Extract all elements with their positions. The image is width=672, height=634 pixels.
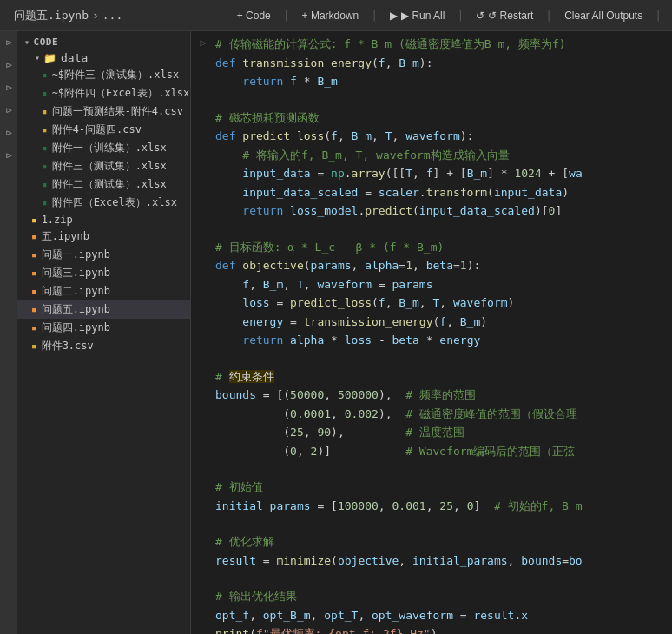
csv-icon: ▪ bbox=[31, 340, 37, 352]
code-line: # 目标函数: α * L_c - β * (f * B_m) bbox=[215, 238, 672, 257]
run-all-label: ▶ Run All bbox=[401, 10, 445, 22]
add-markdown-button[interactable]: + Markdown bbox=[295, 6, 366, 25]
activity-icon-1[interactable]: ⊳ bbox=[1, 35, 16, 50]
code-lines: # 传输磁能的计算公式: f * B_m (磁通密度峰值为B_m, 频率为f) … bbox=[215, 35, 672, 634]
toolbar-actions: + Code | + Markdown | ▶ ▶ Run All | ↺ ↺ … bbox=[230, 6, 665, 25]
code-line: # 输出优化结果 bbox=[215, 587, 672, 606]
activity-bar: ⊳ ⊳ ⊳ ⊳ ⊳ ⊳ bbox=[0, 31, 17, 634]
file-ipynb-q5[interactable]: ▪ 问题五.ipynb bbox=[17, 300, 190, 319]
code-line: # 磁芯损耗预测函数 bbox=[215, 109, 672, 128]
code-line: loss = predict_loss(f, B_m, T, waveform) bbox=[215, 294, 672, 313]
folder-icon: 📁 bbox=[43, 52, 56, 64]
add-code-button[interactable]: + Code bbox=[230, 6, 278, 25]
code-cell-area[interactable]: ▷ # 传输磁能的计算公式: f * B_m (磁通密度峰值为B_m, 频率为f… bbox=[191, 31, 672, 634]
code-line: print(f"最优频率: {opt_f:.2f} Hz") bbox=[215, 624, 672, 634]
file-label: 问题五.ipynb bbox=[42, 302, 110, 317]
activity-icon-2[interactable]: ⊳ bbox=[1, 57, 16, 73]
breadcrumb-file: 问题五.ipynb bbox=[14, 8, 89, 23]
file-xlsx-3[interactable]: ▪ 附件一（训练集）.xlsx bbox=[17, 139, 190, 157]
code-line bbox=[215, 515, 672, 532]
xlsx-icon: ▪ bbox=[42, 161, 48, 172]
ipynb-icon: ▪ bbox=[31, 267, 37, 279]
sep4: | bbox=[542, 9, 556, 22]
code-line: f, B_m, T, waveform = params bbox=[215, 275, 672, 294]
file-xlsx-1[interactable]: ▪ ~$附件三（测试集）.xlsx bbox=[17, 66, 190, 84]
folder-data[interactable]: ▾ 📁 data bbox=[17, 50, 190, 66]
code-line bbox=[215, 91, 672, 109]
file-ipynb-q2[interactable]: ▪ 问题二.ipynb bbox=[17, 282, 190, 300]
file-csv-2[interactable]: ▪ 附件4-问题四.csv bbox=[17, 121, 190, 139]
code-line: return alpha * loss - beta * energy bbox=[215, 331, 672, 350]
file-label: ~$附件三（测试集）.xlsx bbox=[52, 68, 180, 83]
ipynb-icon: ▪ bbox=[31, 249, 37, 261]
xlsx-icon: ▪ bbox=[42, 69, 48, 81]
code-line: (0.0001, 0.002), # 磁通密度峰值的范围（假设合理 bbox=[215, 405, 672, 424]
file-xlsx-4[interactable]: ▪ 附件三（测试集）.xlsx bbox=[17, 157, 190, 175]
restart-button[interactable]: ↺ ↺ Restart bbox=[469, 6, 540, 25]
xlsx-icon: ▪ bbox=[42, 88, 48, 99]
file-zip[interactable]: ▪ 1.zip bbox=[17, 212, 190, 228]
code-line: def predict_loss(f, B_m, T, waveform): bbox=[215, 127, 672, 146]
file-label: 附件四（Excel表）.xlsx bbox=[52, 195, 177, 210]
run-all-button[interactable]: ▶ ▶ Run All bbox=[383, 6, 451, 25]
run-all-icon: ▶ bbox=[390, 10, 398, 22]
zip-icon: ▪ bbox=[31, 215, 37, 226]
file-label: 附件一（训练集）.xlsx bbox=[52, 141, 167, 155]
code-line: (25, 90), # 温度范围 bbox=[215, 423, 672, 442]
breadcrumb: 问题五.ipynb › ... bbox=[14, 8, 225, 23]
sep2: | bbox=[367, 9, 381, 22]
restart-label: ↺ Restart bbox=[488, 10, 533, 22]
code-line: energy = transmission_energy(f, B_m) bbox=[215, 313, 672, 332]
file-xlsx-6[interactable]: ▪ 附件四（Excel表）.xlsx bbox=[17, 194, 190, 212]
file-ipynb-wu[interactable]: ▪ 五.ipynb bbox=[17, 228, 190, 246]
file-label: 附件3.csv bbox=[42, 339, 94, 353]
file-label: 附件三（测试集）.xlsx bbox=[52, 159, 167, 174]
file-label: 附件二（测试集）.xlsx bbox=[52, 177, 167, 192]
file-label: 问题三.ipynb bbox=[42, 266, 110, 281]
code-line: def objective(params, alpha=1, beta=1): bbox=[215, 256, 672, 275]
play-icon: ▷ bbox=[200, 36, 206, 49]
ipynb-icon: ▪ bbox=[31, 322, 37, 334]
code-cell: ▷ # 传输磁能的计算公式: f * B_m (磁通密度峰值为B_m, 频率为f… bbox=[191, 35, 672, 634]
ipynb-icon: ▪ bbox=[31, 304, 37, 315]
xlsx-icon: ▪ bbox=[42, 179, 48, 190]
main-layout: ⊳ ⊳ ⊳ ⊳ ⊳ ⊳ ▾ CODE ▾ 📁 data ▪ ~$附件三（测试集）… bbox=[0, 31, 672, 634]
toolbar: 问题五.ipynb › ... + Code | + Markdown | ▶ … bbox=[0, 0, 672, 31]
code-line bbox=[215, 221, 672, 238]
editor-area: ▷ # 传输磁能的计算公式: f * B_m (磁通密度峰值为B_m, 频率为f… bbox=[191, 31, 672, 634]
file-csv-1[interactable]: ▪ 问题一预测结果-附件4.csv bbox=[17, 102, 190, 121]
activity-icon-4[interactable]: ⊳ bbox=[1, 102, 16, 118]
code-line: # 初始值 bbox=[215, 478, 672, 497]
code-line: # 传输磁能的计算公式: f * B_m (磁通密度峰值为B_m, 频率为f) bbox=[215, 35, 672, 54]
file-ipynb-q3[interactable]: ▪ 问题三.ipynb bbox=[17, 264, 190, 282]
csv-icon: ▪ bbox=[42, 124, 48, 135]
file-label: ~$附件四（Excel表）.xlsx bbox=[52, 86, 190, 101]
folder-chevron: ▾ bbox=[35, 53, 40, 63]
file-ipynb-q1[interactable]: ▪ 问题一.ipynb bbox=[17, 246, 190, 264]
csv-icon: ▪ bbox=[42, 106, 48, 117]
code-line: result = minimize(objective, initial_par… bbox=[215, 551, 672, 571]
activity-icon-3[interactable]: ⊳ bbox=[1, 80, 16, 96]
code-line: return f * B_m bbox=[215, 72, 672, 91]
code-line-highlight: # 约束条件 bbox=[215, 367, 672, 386]
activity-icon-5[interactable]: ⊳ bbox=[1, 125, 16, 141]
file-xlsx-2[interactable]: ▪ ~$附件四（Excel表）.xlsx bbox=[17, 84, 190, 102]
sep5: | bbox=[651, 9, 665, 22]
code-line: input_data_scaled = scaler.transform(inp… bbox=[215, 183, 672, 202]
section-code[interactable]: ▾ CODE bbox=[17, 35, 190, 50]
ipynb-icon: ▪ bbox=[31, 231, 37, 242]
file-label: 问题二.ipynb bbox=[42, 284, 110, 299]
file-csv-3[interactable]: ▪ 附件3.csv bbox=[17, 337, 190, 355]
breadcrumb-more: ... bbox=[102, 9, 122, 22]
code-line: bounds = [(50000, 500000), # 频率的范围 bbox=[215, 386, 672, 405]
sep1: | bbox=[280, 9, 293, 22]
section-chevron: ▾ bbox=[24, 37, 30, 47]
xlsx-icon: ▪ bbox=[42, 197, 48, 208]
clear-all-outputs-button[interactable]: Clear All Outputs bbox=[557, 6, 649, 25]
breadcrumb-sep: › bbox=[92, 9, 99, 22]
file-explorer: ▾ CODE ▾ 📁 data ▪ ~$附件三（测试集）.xlsx ▪ ~$附件… bbox=[17, 31, 191, 634]
cell-run-button[interactable]: ▷ bbox=[191, 35, 215, 49]
file-xlsx-5[interactable]: ▪ 附件二（测试集）.xlsx bbox=[17, 175, 190, 194]
file-ipynb-q4[interactable]: ▪ 问题四.ipynb bbox=[17, 319, 190, 337]
activity-icon-6[interactable]: ⊳ bbox=[1, 148, 16, 163]
